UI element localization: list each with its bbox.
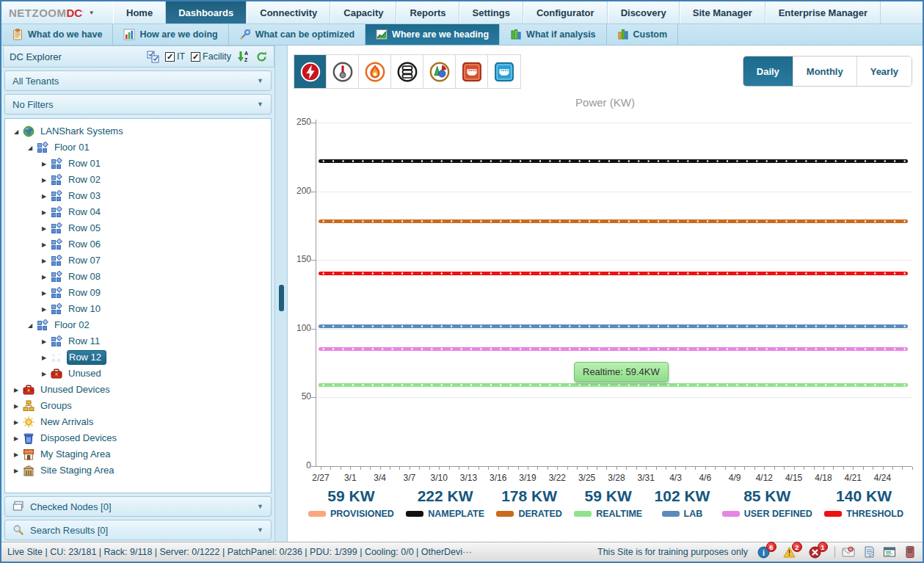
tree-item-label: Row 08 [67, 270, 105, 283]
dashboard-tab-what-if-analysis[interactable]: What if analysis [500, 24, 606, 45]
collapsed-arrow-icon[interactable]: ▶ [39, 241, 49, 248]
nav-tab-discovery[interactable]: Discovery [608, 1, 680, 23]
nav-tab-reports[interactable]: Reports [396, 1, 459, 23]
collapsed-arrow-icon[interactable]: ▶ [39, 209, 49, 216]
tree-item-row-09[interactable]: ▶Row 09 [5, 285, 271, 301]
collapsed-arrow-icon[interactable]: ▶ [39, 290, 49, 297]
tree-item-floor-02[interactable]: ◢Floor 02 [5, 317, 271, 333]
filters-dropdown[interactable]: No Filters ▼ [4, 94, 272, 115]
dashboard-tab-how-are-we-doing[interactable]: How are we doing [113, 24, 228, 45]
x-axis-tick [597, 467, 597, 470]
legend-swatch [406, 511, 423, 517]
device-icon[interactable] [903, 545, 917, 559]
mail-icon[interactable]: @ [842, 545, 855, 559]
power-chart: 0501001502002502/273/13/43/73/103/133/16… [288, 46, 923, 542]
facility-checkbox[interactable]: ✓ Facility [191, 51, 231, 62]
nav-tab-home[interactable]: Home [113, 1, 166, 23]
nav-tab-connectivity[interactable]: Connectivity [247, 1, 330, 23]
collapsed-arrow-icon[interactable]: ▶ [39, 371, 49, 377]
sidebar-splitter[interactable] [274, 46, 288, 542]
multi-check-icon[interactable] [147, 51, 159, 63]
it-checkbox-box[interactable]: ✓ [165, 52, 175, 62]
nav-tab-site-manager[interactable]: Site Manager [680, 1, 765, 23]
tenants-dropdown[interactable]: All Tenants ▼ [4, 70, 272, 91]
tree-item-row-10[interactable]: ▶Row 10 [5, 301, 271, 317]
nav-tab-settings[interactable]: Settings [459, 1, 523, 23]
rowgrid-icon [51, 271, 63, 283]
info-alert[interactable]: i6 [757, 545, 776, 559]
sort-az-icon[interactable]: AZ [237, 51, 250, 63]
checked-nodes-panel[interactable]: Checked Nodes [0] ▼ [4, 496, 272, 517]
x-axis-label: 3/1 [334, 473, 366, 483]
collapsed-arrow-icon[interactable]: ▶ [39, 274, 49, 280]
dashboard-tab-what-do-we-have[interactable]: What do we have [1, 24, 113, 45]
error-alert[interactable]: 1 [809, 545, 828, 559]
tree-item-row-03[interactable]: ▶Row 03 [5, 188, 271, 204]
splitter-handle[interactable] [279, 285, 284, 311]
nav-tab-enterprise-manager[interactable]: Enterprise Manager [765, 1, 881, 23]
netzoomdc-logo[interactable]: NETZOOMDC' ▼ [1, 1, 113, 23]
tree-item-unused-devices[interactable]: ▶Unused Devices [5, 382, 271, 398]
tree-item-floor-01[interactable]: ◢Floor 01 [5, 139, 271, 156]
y-axis-label: 200 [289, 186, 311, 196]
expanded-arrow-icon[interactable]: ◢ [25, 145, 35, 151]
collapsed-arrow-icon[interactable]: ▶ [11, 468, 21, 474]
tree-item-row-02[interactable]: ▶Row 02 [5, 172, 271, 188]
expanded-arrow-icon[interactable]: ◢ [11, 128, 21, 135]
tree-item-disposed-devices[interactable]: ▶Disposed Devices [5, 430, 271, 446]
collapsed-arrow-icon[interactable]: ▶ [39, 225, 49, 232]
tree-item-row-04[interactable]: ▶Row 04 [5, 204, 271, 220]
collapsed-arrow-icon[interactable]: ▶ [39, 258, 49, 264]
collapsed-arrow-icon[interactable]: ▶ [39, 193, 49, 200]
collapsed-arrow-icon[interactable]: ▶ [11, 387, 21, 393]
toolbox-icon [23, 384, 35, 396]
collapsed-arrow-icon[interactable]: ▶ [11, 419, 21, 426]
tree-item-unused[interactable]: ▶Unused [5, 366, 271, 382]
legend-value: 102 KW [655, 487, 710, 505]
warning-alert[interactable]: !2 [783, 545, 802, 559]
tree-item-groups[interactable]: ▶Groups [5, 398, 271, 414]
tree-item-new-arrivals[interactable]: ▶New Arrivals [5, 414, 271, 430]
x-axis-tick [350, 467, 351, 470]
collapsed-arrow-icon[interactable]: ▶ [39, 355, 49, 361]
collapsed-arrow-icon[interactable]: ▶ [11, 435, 21, 442]
tree-item-site-staging-area[interactable]: ▶Site Staging Area [5, 462, 271, 479]
collapsed-arrow-icon[interactable]: ▶ [39, 161, 49, 167]
x-axis-tick [764, 467, 765, 470]
x-axis-label: 4/21 [837, 473, 869, 483]
svg-text:!: ! [788, 549, 790, 557]
nav-tab-dashboards[interactable]: Dashboards [166, 1, 247, 23]
it-checkbox[interactable]: ✓ IT [165, 51, 185, 62]
tree-item-row-11[interactable]: ▶Row 11 [5, 333, 271, 349]
dashboard-tab-where-are-we-heading[interactable]: Where are we heading [365, 24, 500, 45]
legend-value: 222 KW [418, 487, 473, 505]
tree-item-row-01[interactable]: ▶Row 01 [5, 156, 271, 172]
x-axis-label: 4/9 [719, 473, 751, 483]
tree-item-row-06[interactable]: ▶Row 06 [5, 236, 271, 253]
nav-tab-configurator[interactable]: Configurator [523, 1, 608, 23]
tree-item-row-08[interactable]: ▶Row 08 [5, 269, 271, 285]
collapsed-arrow-icon[interactable]: ▶ [11, 403, 21, 410]
facility-checkbox-box[interactable]: ✓ [191, 52, 200, 62]
expanded-arrow-icon[interactable]: ◢ [25, 322, 35, 329]
logo-caret-icon[interactable]: ▼ [89, 10, 95, 16]
notes-icon[interactable] [862, 545, 876, 559]
collapsed-arrow-icon[interactable]: ▶ [39, 338, 49, 345]
search-results-panel[interactable]: Search Results [0] ▼ [4, 520, 272, 540]
collapsed-arrow-icon[interactable]: ▶ [11, 451, 21, 458]
tree-item-row-07[interactable]: ▶Row 07 [5, 253, 271, 269]
status-divider [834, 546, 835, 558]
collapsed-arrow-icon[interactable]: ▶ [39, 177, 49, 184]
tree-item-row-05[interactable]: ▶Row 05 [5, 220, 271, 236]
window-icon[interactable] [883, 545, 896, 559]
dashboard-tab-custom[interactable]: Custom [607, 24, 679, 45]
refresh-icon[interactable] [255, 51, 268, 63]
x-axis-tick [479, 467, 479, 470]
tree-item-row-12[interactable]: ▶Row 12 [5, 349, 271, 366]
dashboard-tab-what-can-be-optimized[interactable]: What can be optimized [229, 24, 365, 45]
sun-icon [23, 416, 35, 428]
tree-item-lanshark-systems[interactable]: ◢LANShark Systems [5, 123, 271, 139]
collapsed-arrow-icon[interactable]: ▶ [39, 306, 49, 313]
tree-item-my-staging-area[interactable]: ▶My Staging Area [5, 446, 271, 462]
nav-tab-capacity[interactable]: Capacity [330, 1, 396, 23]
